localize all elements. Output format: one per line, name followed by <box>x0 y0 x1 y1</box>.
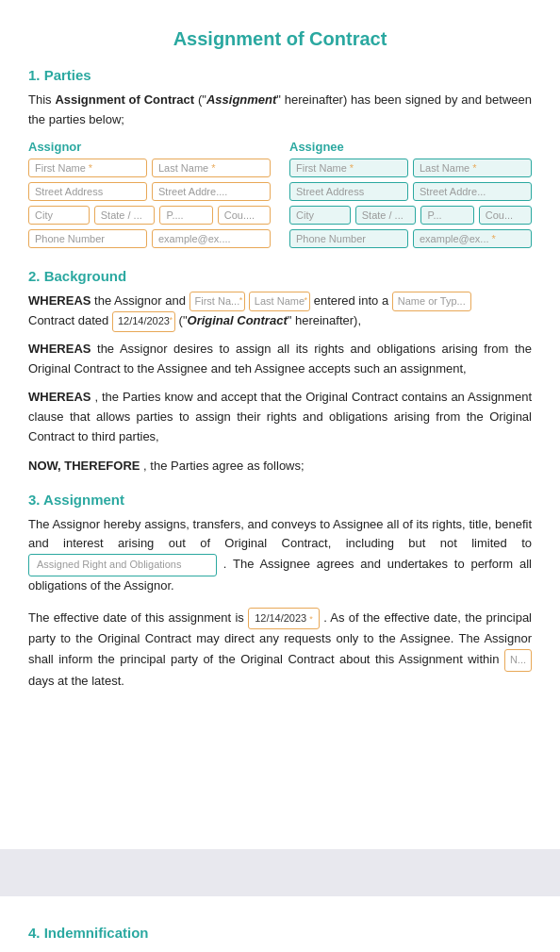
assignee-last-name[interactable]: Last Name * <box>413 159 532 177</box>
quote1: (" <box>198 92 206 107</box>
assignor-row3: City State / ... P.... Cou.... <box>28 206 271 225</box>
intro-text: This <box>28 92 55 107</box>
whereas-line1: WHEREAS the Assignor and First Na...* La… <box>28 292 532 332</box>
days-field[interactable]: N... <box>504 649 532 672</box>
assignee-first-name[interactable]: First Name * <box>289 159 408 177</box>
assignment-para2-pre: The effective date of this assignment is <box>28 610 248 625</box>
assignee-email[interactable]: example@ex... * <box>413 229 532 248</box>
assigned-rights-field[interactable]: Assigned Right and Obligations <box>28 554 217 576</box>
section-parties: 1. Parties This Assignment of Contract (… <box>28 67 532 253</box>
background-lastname-field[interactable]: Last Name* <box>249 292 310 312</box>
contract-close: " hereinafter), <box>288 313 361 327</box>
whereas3-text: WHEREAS , the Parties know and accept th… <box>28 388 532 446</box>
assignee-row3: City State / ... P... Cou... <box>289 206 532 225</box>
assignor-city[interactable]: City <box>28 206 90 225</box>
assignee-row4: Phone Number example@ex... * <box>289 229 532 248</box>
assignee-street2[interactable]: Street Addre... <box>413 182 532 201</box>
assignee-phone[interactable]: Phone Number <box>289 229 408 248</box>
assignor-first-name[interactable]: First Name * <box>28 159 147 177</box>
whereas1-mid: the Assignor and <box>94 293 189 308</box>
assignor-postal[interactable]: P.... <box>159 206 212 225</box>
main-page: Assignment of Contract 1. Parties This A… <box>0 0 560 849</box>
assignor-state[interactable]: State / ... <box>94 206 156 225</box>
now-therefore-text: NOW, THEREFORE , the Parties agree as fo… <box>28 457 532 476</box>
assignor-col: Assignor First Name * Last Name * Street… <box>28 140 271 253</box>
now-therefore-bold: NOW, THEREFORE <box>28 459 140 473</box>
bold-assignment: Assignment of Contract <box>55 92 194 107</box>
assignor-email[interactable]: example@ex.... <box>152 229 271 248</box>
assignment-para2: The effective date of this assignment is… <box>28 608 532 692</box>
assignee-row2: Street Address Street Addre... <box>289 182 532 201</box>
assignor-row1: First Name * Last Name * <box>28 159 271 177</box>
assignee-col: Assignee First Name * Last Name * Street… <box>289 140 532 253</box>
assignor-street2[interactable]: Street Addre.... <box>152 182 271 201</box>
effective-date-field[interactable]: 12/14/2023 * <box>248 608 320 630</box>
italic-assignment: Assignment <box>206 92 276 107</box>
parties-intro: This Assignment of Contract ("Assignment… <box>28 91 532 130</box>
section-indemnification: 4. Indemnification The Assignee shall in… <box>28 925 532 952</box>
indemnification-text: The Assignee shall indemnify the Assigno… <box>28 948 532 952</box>
assignee-state[interactable]: State / ... <box>355 206 417 225</box>
heading-parties: 1. Parties <box>28 67 532 83</box>
section-assignment: 3. Assignment The Assignor hereby assign… <box>28 492 532 692</box>
heading-indemnification: 4. Indemnification <box>28 925 532 941</box>
assignor-last-name[interactable]: Last Name * <box>152 159 271 177</box>
assignment-para1: The Assignor hereby assigns, transfers, … <box>28 515 532 596</box>
parties-grid: Assignor First Name * Last Name * Street… <box>28 140 532 253</box>
assignee-country[interactable]: Cou... <box>479 206 532 225</box>
contract-date-label: Contract dated <box>28 313 112 327</box>
section-background: 2. Background WHEREAS the Assignor and F… <box>28 268 532 476</box>
whereas2-rest: the Assignor desires to assign all its r… <box>28 342 532 376</box>
assignor-phone[interactable]: Phone Number <box>28 229 147 248</box>
now-therefore-rest: , the Parties agree as follows; <box>143 459 305 473</box>
background-firstname-field[interactable]: First Na...* <box>189 292 246 312</box>
whereas1-bold: WHEREAS <box>28 293 91 308</box>
heading-background: 2. Background <box>28 268 532 284</box>
assignor-country[interactable]: Cou.... <box>218 206 271 225</box>
assignor-row2: Street Address Street Addre.... <box>28 182 271 201</box>
background-contract-name-field[interactable]: Name or Typ... <box>392 292 471 312</box>
assignee-label: Assignee <box>289 140 532 154</box>
whereas1-post: entered into a <box>314 293 392 308</box>
assignee-row1: First Name * Last Name * <box>289 159 532 177</box>
assignor-label: Assignor <box>28 140 271 154</box>
assignment-para1-pre: The Assignor hereby assigns, transfers, … <box>28 517 532 551</box>
background-contract-date-field[interactable]: 12/14/2023* <box>112 311 175 332</box>
assignor-row4: Phone Number example@ex.... <box>28 229 271 248</box>
heading-assignment: 3. Assignment <box>28 492 532 508</box>
quote2: " <box>276 92 281 107</box>
original-contract-label: Original Contract <box>188 313 288 327</box>
whereas3-bold: WHEREAS <box>28 390 91 404</box>
whereas2-bold: WHEREAS <box>28 342 91 356</box>
whereas2-text: WHEREAS the Assignor desires to assign a… <box>28 340 532 379</box>
assignee-postal[interactable]: P... <box>420 206 473 225</box>
page-title: Assignment of Contract <box>28 28 532 50</box>
bottom-page: 4. Indemnification The Assignee shall in… <box>0 896 560 952</box>
contract-quote: (" <box>179 313 188 327</box>
whereas3-rest: , the Parties know and accept that the O… <box>28 390 532 443</box>
assignor-street1[interactable]: Street Address <box>28 182 147 201</box>
assignment-para2-post: days at the latest. <box>28 674 124 688</box>
footer-divider <box>0 849 560 896</box>
assignee-city[interactable]: City <box>289 206 351 225</box>
assignee-street1[interactable]: Street Address <box>289 182 408 201</box>
